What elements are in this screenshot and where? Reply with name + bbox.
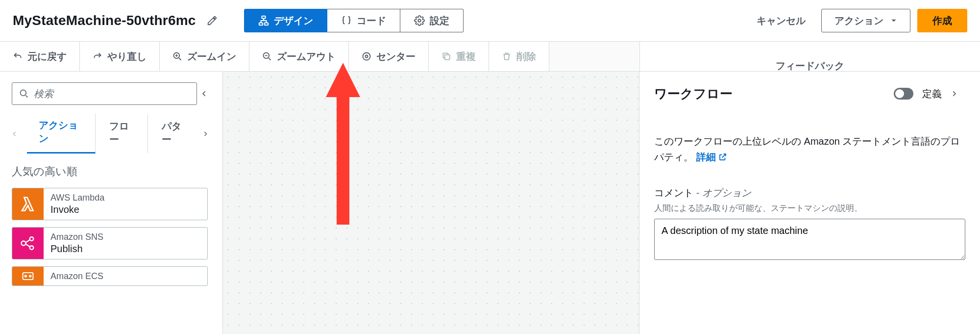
page-title: MyStateMachine-50vthr6mc — [13, 13, 196, 28]
action-item-lambda-invoke[interactable]: AWS Lambda Invoke — [12, 188, 208, 220]
svg-point-14 — [25, 275, 27, 277]
action-name: Publish — [50, 243, 103, 255]
svg-point-15 — [29, 275, 31, 277]
braces-icon — [341, 15, 352, 26]
action-service: AWS Lambda — [50, 192, 104, 204]
left-tab-patterns[interactable]: パター — [150, 115, 200, 153]
search-input[interactable] — [34, 88, 190, 100]
svg-marker-16 — [326, 63, 360, 225]
definition-toggle-label: 定義 — [922, 87, 942, 101]
ecs-icon — [12, 267, 44, 285]
action-item-ecs[interactable]: Amazon ECS — [12, 266, 208, 286]
action-name: Invoke — [50, 204, 104, 216]
edit-icon[interactable] — [207, 15, 218, 26]
actions-dropdown[interactable]: アクション — [821, 9, 910, 32]
caret-down-icon — [890, 17, 897, 24]
tab-design[interactable]: デザイン — [244, 9, 327, 32]
tabs-scroll-right[interactable] — [202, 123, 216, 145]
search-input-wrapper[interactable] — [12, 82, 197, 105]
svg-point-7 — [363, 53, 370, 60]
gear-icon — [414, 15, 425, 26]
svg-rect-1 — [259, 23, 262, 26]
action-service: Amazon ECS — [50, 271, 103, 282]
workflow-icon — [258, 15, 269, 26]
collapse-left-panel[interactable] — [201, 82, 216, 105]
svg-point-10 — [22, 241, 26, 246]
section-title: 人気の高い順 — [12, 164, 208, 179]
comment-help: 人間による読み取りが可能な、ステートマシンの説明。 — [654, 203, 965, 214]
delete-button: 削除 — [489, 42, 549, 71]
zoom-out-button[interactable]: ズームアウト — [249, 42, 349, 71]
right-panel-title: ワークフロー — [654, 85, 885, 103]
svg-rect-0 — [262, 16, 265, 19]
comment-label: コメント - オプション — [654, 186, 965, 200]
annotation-arrow — [326, 63, 360, 225]
svg-rect-2 — [264, 23, 268, 26]
search-icon — [19, 89, 29, 99]
definition-toggle[interactable] — [894, 88, 913, 100]
tabs-scroll-left[interactable] — [12, 123, 25, 145]
details-link[interactable]: 詳細 — [696, 152, 716, 162]
lambda-icon — [12, 188, 44, 220]
external-link-icon — [718, 153, 727, 163]
action-service: Amazon SNS — [50, 231, 103, 243]
duplicate-button: 重複 — [429, 42, 489, 71]
feedback-button[interactable]: フィードバック — [639, 42, 980, 71]
zoom-in-button[interactable]: ズームイン — [160, 42, 249, 71]
sns-icon — [12, 228, 44, 259]
comment-textarea[interactable] — [654, 219, 965, 260]
left-tab-actions[interactable]: アクション — [27, 114, 96, 154]
action-item-sns-publish[interactable]: Amazon SNS Publish — [12, 227, 208, 259]
undo-button[interactable]: 元に戻す — [0, 42, 80, 71]
svg-point-6 — [366, 55, 368, 58]
tab-code[interactable]: コード — [327, 9, 400, 32]
center-button[interactable]: センター — [349, 42, 429, 71]
svg-rect-8 — [445, 55, 450, 60]
redo-button[interactable]: やり直し — [80, 42, 160, 71]
left-tab-flow[interactable]: フロー — [98, 115, 148, 153]
svg-point-3 — [418, 19, 421, 22]
tab-config[interactable]: 設定 — [400, 9, 464, 32]
svg-point-9 — [21, 90, 26, 96]
create-button[interactable]: 作成 — [917, 9, 967, 32]
workflow-description: このワークフローの上位レベルの Amazon ステートメント言語のプロパティ。 … — [654, 133, 965, 166]
workflow-canvas[interactable] — [223, 72, 639, 334]
cancel-button[interactable]: キャンセル — [748, 9, 814, 32]
collapse-right-panel[interactable] — [951, 82, 965, 105]
